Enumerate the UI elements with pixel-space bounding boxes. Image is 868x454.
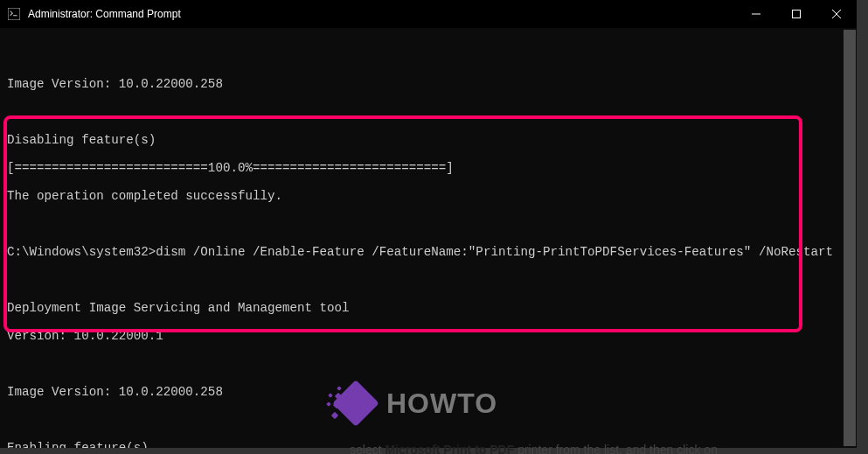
window-title: Administrator: Command Prompt <box>28 8 181 20</box>
terminal-line: Disabling feature(s) <box>7 133 850 147</box>
window-controls <box>736 0 857 28</box>
titlebar[interactable]: Administrator: Command Prompt <box>0 0 857 28</box>
watermark-text: HOWTO <box>386 388 497 420</box>
watermark: HOWTO <box>325 378 497 429</box>
terminal-line: Image Version: 10.0.22000.258 <box>7 77 850 91</box>
bg-text-bold: Microsoft Print to PDF <box>385 443 514 454</box>
background-article-text: select Microsoft Print to PDF printer fr… <box>350 443 718 454</box>
close-button[interactable] <box>816 0 857 28</box>
terminal-line: Version: 10.0.22000.1 <box>7 329 850 343</box>
bg-text-prefix: select <box>350 443 385 454</box>
terminal-line <box>7 217 850 231</box>
terminal-line <box>7 105 850 119</box>
scrollbar-thumb[interactable] <box>844 30 856 446</box>
bg-text-suffix: printer from the list, and then click on <box>514 443 718 454</box>
terminal-line: C:\Windows\system32>dism /Online /Enable… <box>7 245 850 259</box>
terminal-line: The operation completed successfully. <box>7 189 850 203</box>
terminal-line <box>7 273 850 287</box>
terminal-line: Deployment Image Servicing and Managemen… <box>7 301 850 315</box>
minimize-button[interactable] <box>736 0 776 28</box>
terminal-line: [==========================100.0%=======… <box>7 161 850 175</box>
cmd-icon <box>7 7 21 21</box>
command-prompt-window: Administrator: Command Prompt Image Vers… <box>0 0 857 448</box>
svg-rect-3 <box>793 10 801 18</box>
watermark-logo-icon <box>325 378 376 429</box>
maximize-button[interactable] <box>776 0 816 28</box>
terminal-line <box>7 49 850 63</box>
terminal-line <box>7 357 850 371</box>
svg-rect-0 <box>8 8 20 20</box>
